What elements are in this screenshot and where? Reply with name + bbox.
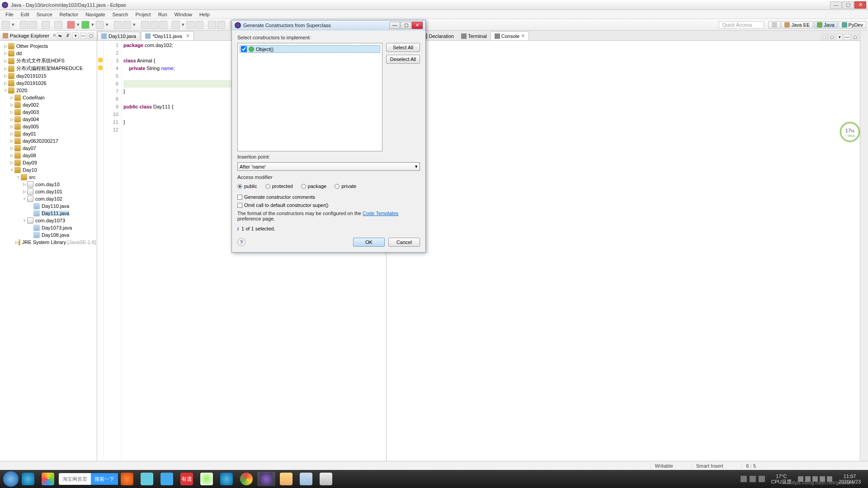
tree-item[interactable]: Day111.java <box>1 210 96 217</box>
constructor-checkbox[interactable] <box>241 46 247 52</box>
menu-file[interactable]: File <box>2 11 17 18</box>
open-task-button[interactable] <box>150 21 158 29</box>
cancel-button[interactable]: Cancel <box>388 238 420 247</box>
tree-item[interactable]: ▷com.day101 <box>1 188 96 195</box>
tree-item[interactable]: ▷day0620200217 <box>1 137 96 145</box>
open-type-button[interactable] <box>141 21 149 29</box>
coverage-button[interactable] <box>96 21 104 29</box>
tree-item[interactable]: Day110.java <box>1 202 96 210</box>
tree-item[interactable]: ▷day002 <box>1 101 96 108</box>
tree-item[interactable]: ▿src <box>1 174 96 181</box>
collapse-all-button[interactable]: ⇆ <box>57 33 63 39</box>
perspective-pydev[interactable]: PyDev <box>839 21 866 28</box>
explorer-icon[interactable] <box>277 472 295 486</box>
view-control-button[interactable]: ⬚ <box>821 34 827 40</box>
quick-access-input[interactable]: Quick Access <box>719 21 764 28</box>
tree-item[interactable]: ▷day005 <box>1 123 96 130</box>
tray-icon[interactable] <box>759 476 765 482</box>
view-control-button[interactable]: ▢ <box>829 34 835 40</box>
ie-icon-2[interactable] <box>217 472 236 486</box>
new-package-button[interactable] <box>114 21 122 29</box>
tb-btn-a[interactable] <box>172 21 180 29</box>
menu-source[interactable]: Source <box>33 11 56 18</box>
tree-item[interactable]: Day108.java <box>1 231 96 239</box>
save-all-button[interactable] <box>29 21 37 29</box>
maximize-button[interactable]: ▢ <box>842 1 854 9</box>
constructor-tree[interactable]: Object() <box>237 43 382 151</box>
radio-public[interactable]: public <box>237 183 257 189</box>
code-templates-link[interactable]: Code Templates <box>363 211 398 216</box>
app-icon-4[interactable] <box>198 472 216 486</box>
menu-navigate[interactable]: Navigate <box>82 11 108 18</box>
radio-private[interactable]: private <box>335 183 356 189</box>
tree-item[interactable]: ▷Other Projects <box>1 42 96 50</box>
menu-project[interactable]: Project <box>132 11 154 18</box>
new-class-button[interactable] <box>123 21 131 29</box>
radio-protected[interactable]: protected <box>265 183 293 189</box>
tree-item[interactable]: ▷dd <box>1 50 96 57</box>
tree-item[interactable]: ▷分布式编程框架MAPREDUCE <box>1 65 96 72</box>
tree-item[interactable]: ▷day08 <box>1 152 96 159</box>
generate-comments-checkbox[interactable]: Generate constructor comments <box>237 194 420 200</box>
close-button[interactable]: ✕ <box>854 1 866 9</box>
perspective-javaee[interactable]: Java EE <box>781 21 813 28</box>
view-tab-console[interactable]: Console ✕ <box>491 31 529 40</box>
tree-item[interactable]: ▷day20191015 <box>1 72 96 80</box>
tree-item[interactable]: ▷day20191026 <box>1 80 96 87</box>
dialog-close-button[interactable]: ✕ <box>412 22 423 29</box>
tree-item[interactable]: ▷com.day10 <box>1 181 96 188</box>
tree-item[interactable]: ▷JRE System Library[JavaSE-1.8] <box>1 239 96 246</box>
tb-btn-c[interactable] <box>195 21 203 29</box>
youdao-icon[interactable]: 有道 <box>178 472 196 486</box>
menu-refactor[interactable]: Refactor <box>56 11 82 18</box>
tray-icon[interactable] <box>750 476 756 482</box>
link-editor-button[interactable]: ⇵ <box>65 33 71 39</box>
tree-item[interactable]: ▷day003 <box>1 108 96 116</box>
app-icon-1[interactable] <box>39 472 57 486</box>
insertion-point-select[interactable]: After 'name'▾ <box>237 162 420 171</box>
tree-item[interactable]: ▷day07 <box>1 145 96 152</box>
editor-tab[interactable]: *Day111.java✕ <box>141 31 193 40</box>
search-button[interactable]: 搜索一下 <box>91 473 118 485</box>
menu-window[interactable]: Window <box>171 11 196 18</box>
toggle-button[interactable] <box>54 21 62 29</box>
chrome-icon[interactable] <box>237 472 255 486</box>
view-control-button[interactable]: ▢ <box>852 34 858 40</box>
minimize-button[interactable]: — <box>830 1 842 9</box>
menu-search[interactable]: Search <box>109 11 132 18</box>
tb-btn-e[interactable] <box>217 21 225 29</box>
menu-edit[interactable]: Edit <box>17 11 33 18</box>
view-tab-terminal[interactable]: Terminal <box>458 32 491 40</box>
ie-icon[interactable] <box>19 472 37 486</box>
firefox-icon[interactable] <box>118 472 136 486</box>
calc-icon[interactable] <box>317 472 335 486</box>
tree-item[interactable]: ▷分布式文件系统HDFS <box>1 57 96 65</box>
new-button[interactable] <box>2 21 10 29</box>
tree-item[interactable]: ▿2020 <box>1 87 96 94</box>
editor-tab[interactable]: Day110.java <box>97 32 140 40</box>
package-tree[interactable]: ▷Other Projects▷dd▷分布式文件系统HDFS▷分布式编程框架MA… <box>0 41 97 470</box>
radio-package[interactable]: package <box>301 183 327 189</box>
view-control-button[interactable]: ▾ <box>836 34 843 40</box>
menu-help[interactable]: Help <box>196 11 213 18</box>
search-input[interactable]: 淘宝网首页 <box>59 476 91 483</box>
print-button[interactable] <box>42 21 50 29</box>
tree-item[interactable]: ▷Day09 <box>1 159 96 166</box>
tree-item[interactable]: ▿com.day1073 <box>1 217 96 224</box>
app-icon-3[interactable] <box>158 472 176 486</box>
tree-item[interactable]: ▿com.day102 <box>1 195 96 202</box>
dialog-maximize-button[interactable]: ▢ <box>401 22 411 29</box>
maximize-view-button[interactable]: ▢ <box>88 33 94 39</box>
tb-btn-b[interactable] <box>186 21 194 29</box>
search-button[interactable] <box>159 21 167 29</box>
tree-item[interactable]: ▿Day10 <box>1 166 96 174</box>
help-button[interactable]: ? <box>237 238 245 246</box>
tree-item[interactable]: ▷day01 <box>1 130 96 137</box>
run-button[interactable] <box>81 21 90 29</box>
perspective-java[interactable]: Java <box>814 21 837 28</box>
tree-item[interactable]: ▷day004 <box>1 116 96 123</box>
notepad-icon[interactable] <box>297 472 315 486</box>
omit-super-checkbox[interactable]: Omit call to default constructor super() <box>237 202 420 208</box>
start-button[interactable] <box>3 471 19 487</box>
view-control-button[interactable]: — <box>844 34 850 40</box>
